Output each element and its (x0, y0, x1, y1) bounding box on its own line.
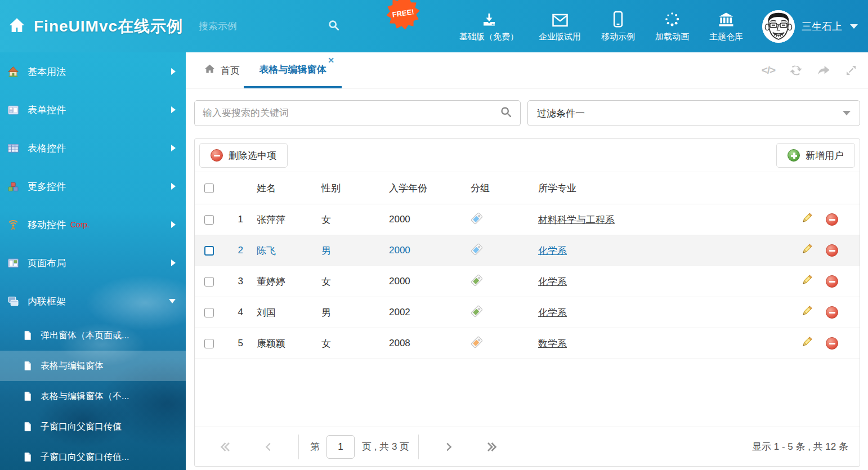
edit-row-button[interactable] (800, 243, 813, 258)
chevron-right-icon (171, 145, 176, 151)
sidebar-subitem-popup-window[interactable]: 弹出窗体（本页面或... (0, 320, 186, 351)
close-icon[interactable]: ✕ (328, 56, 334, 64)
sidebar-item-mobile-controls[interactable]: 移动控件 Corp. (0, 205, 186, 244)
search-icon[interactable] (328, 19, 340, 34)
row-checkbox[interactable] (204, 246, 214, 256)
file-icon (23, 361, 33, 371)
sidebar-item-basic-usage[interactable]: 基本用法 (0, 52, 186, 91)
keyword-search-input[interactable] (203, 108, 500, 119)
chevron-down-icon (850, 24, 858, 29)
filter-value: 过滤条件一 (537, 107, 585, 120)
nav-label: 企业版试用 (539, 32, 581, 42)
sidebar-item-label: 移动控件 (28, 218, 66, 231)
major-link[interactable]: 化学系 (538, 276, 567, 287)
sidebar-subitem-grid-edit-window[interactable]: 表格与编辑窗体 (0, 351, 186, 381)
nav-mobile-examples[interactable]: 移动示例 (601, 11, 635, 42)
search-icon[interactable] (500, 106, 512, 120)
nav-basic-edition[interactable]: 基础版（免费） (459, 11, 518, 42)
table-row[interactable]: 2 陈飞 男 2000 化学系 (195, 235, 860, 266)
app-title: FineUIMvc在线示例 (34, 16, 183, 37)
sidebar-item-form-controls[interactable]: 表单控件 (0, 91, 186, 129)
edit-row-button[interactable] (800, 305, 813, 320)
chevron-down-icon (169, 299, 176, 303)
delete-row-button[interactable] (826, 244, 838, 257)
header-search[interactable] (199, 19, 314, 34)
row-checkbox[interactable] (204, 308, 214, 317)
sidebar-subitem-grid-edit-window-2[interactable]: 表格与编辑窗体（不... (0, 381, 186, 411)
sidebar-item-page-layout[interactable]: 页面布局 (0, 244, 186, 282)
column-group[interactable]: 分组 (471, 182, 538, 195)
column-gender[interactable]: 性别 (321, 182, 389, 195)
mail-icon (552, 11, 569, 28)
delete-row-button[interactable] (826, 213, 838, 226)
row-number: 4 (223, 307, 251, 318)
app-window: FineUIMvc在线示例 FREE! 基础版（免费） 企业版试用 (0, 0, 868, 470)
maximize-button[interactable] (844, 63, 858, 78)
column-major[interactable]: 所学专业 (538, 182, 772, 195)
open-new-window-button[interactable] (816, 63, 831, 78)
pagination-bar: 第 页 , 共 3 页 显示 1 - 5 条 , 共 12 条 (195, 427, 860, 466)
tab-home[interactable]: 首页 (204, 52, 240, 88)
major-link[interactable]: 化学系 (538, 307, 567, 318)
table-row[interactable]: 4 刘国 男 2002 化学系 (195, 297, 860, 328)
nav-theme-store[interactable]: 主题仓库 (709, 11, 743, 42)
users-grid-panel: 删除选中项 新增用户 姓名 性别 入学年份 分组 所学专业 1 张萍萍 (194, 138, 860, 467)
source-code-button[interactable]: </> (761, 63, 776, 78)
file-icon (23, 422, 33, 432)
edit-row-button[interactable] (800, 212, 813, 227)
nav-loading-animation[interactable]: 加载动画 (655, 11, 689, 42)
keyword-search-box[interactable] (194, 100, 521, 126)
last-page-button[interactable] (485, 440, 499, 454)
select-all-checkbox[interactable] (204, 183, 214, 193)
prev-page-button[interactable] (262, 441, 275, 453)
cell-year: 2008 (389, 338, 471, 349)
sidebar: 基本用法 表单控件 表格控件 更多控件 (0, 52, 186, 470)
major-link[interactable]: 材料科学与工程系 (538, 214, 615, 225)
sidebar-subitem-child-to-parent-2[interactable]: 子窗口向父窗口传值... (0, 442, 186, 470)
sidebar-item-label: 内联框架 (28, 295, 66, 308)
nav-enterprise-trial[interactable]: 企业版试用 (539, 11, 581, 42)
sidebar-item-grid-controls[interactable]: 表格控件 (0, 129, 186, 167)
tag-icon (471, 212, 483, 225)
first-page-button[interactable] (218, 440, 232, 454)
column-year[interactable]: 入学年份 (389, 182, 471, 195)
chevron-right-icon (171, 259, 176, 266)
refresh-button[interactable] (789, 63, 803, 78)
page-number-input[interactable] (326, 435, 355, 459)
major-link[interactable]: 化学系 (538, 245, 567, 256)
edit-row-button[interactable] (800, 335, 813, 351)
delete-selected-button[interactable]: 删除选中项 (199, 143, 288, 168)
row-number: 2 (223, 245, 251, 256)
filter-dropdown[interactable]: 过滤条件一 (527, 100, 860, 126)
column-name[interactable]: 姓名 (251, 182, 321, 195)
tab-grid-edit-window[interactable]: 表格与编辑窗体 ✕ (244, 52, 342, 88)
cell-gender: 女 (321, 213, 389, 226)
logo[interactable]: FineUIMvc在线示例 (8, 16, 183, 37)
edit-row-button[interactable] (800, 274, 813, 289)
table-row[interactable]: 3 董婷婷 女 2000 化学系 (195, 266, 860, 297)
table-row[interactable]: 1 张萍萍 女 2000 材料科学与工程系 (195, 204, 860, 235)
cubes-icon (7, 181, 19, 193)
header-search-input[interactable] (199, 21, 323, 32)
major-link[interactable]: 数学系 (538, 338, 567, 349)
delete-row-button[interactable] (826, 337, 838, 350)
sidebar-subitem-label: 表格与编辑窗体 (41, 360, 104, 372)
add-user-button[interactable]: 新增用户 (776, 143, 855, 168)
next-page-button[interactable] (442, 441, 455, 453)
tab-label: 表格与编辑窗体 (259, 63, 326, 76)
plus-circle-icon (788, 149, 800, 162)
sidebar-item-more-controls[interactable]: 更多控件 (0, 167, 186, 205)
sidebar-subitem-child-to-parent[interactable]: 子窗口向父窗口传值 (0, 411, 186, 442)
row-checkbox[interactable] (204, 215, 214, 225)
avatar (762, 10, 795, 43)
sidebar-item-inline-frame[interactable]: 内联框架 (0, 282, 186, 320)
chevron-down-icon (843, 111, 851, 115)
delete-row-button[interactable] (826, 275, 838, 288)
user-menu[interactable]: 三生石上 (762, 10, 858, 43)
table-header: 姓名 性别 入学年份 分组 所学专业 (195, 172, 860, 204)
delete-row-button[interactable] (826, 306, 838, 319)
nav-label: 基础版（免费） (459, 32, 518, 42)
row-checkbox[interactable] (204, 277, 214, 287)
table-row[interactable]: 5 康颖颖 女 2008 数学系 (195, 328, 860, 359)
row-checkbox[interactable] (204, 339, 214, 348)
